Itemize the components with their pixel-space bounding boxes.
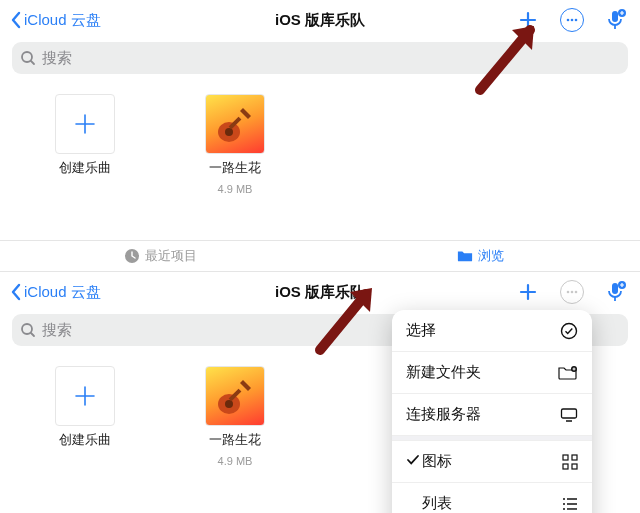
menu-label: 图标 bbox=[422, 452, 558, 471]
svg-point-27 bbox=[563, 503, 565, 505]
guitar-icon bbox=[213, 102, 257, 146]
search-icon bbox=[20, 50, 36, 66]
nav-actions bbox=[514, 6, 630, 34]
svg-rect-21 bbox=[562, 409, 577, 418]
context-menu: 选择 新建文件夹 连接服务器 图标 bbox=[392, 310, 592, 513]
svg-point-7 bbox=[225, 128, 233, 136]
svg-rect-13 bbox=[612, 283, 618, 294]
svg-point-26 bbox=[563, 498, 565, 500]
search-icon bbox=[20, 322, 36, 338]
plus-icon bbox=[518, 282, 538, 302]
file-size: 4.9 MB bbox=[218, 455, 253, 467]
create-song-tile[interactable]: 创建乐曲 bbox=[40, 94, 130, 195]
grid-icon bbox=[558, 454, 578, 470]
svg-rect-24 bbox=[563, 464, 568, 469]
check-circle-icon bbox=[558, 322, 578, 340]
file-size: 4.9 MB bbox=[218, 183, 253, 195]
back-button[interactable]: iCloud 云盘 bbox=[10, 11, 101, 30]
navbar: iCloud 云盘 iOS 版库乐队 bbox=[0, 272, 640, 312]
ellipsis-icon bbox=[565, 13, 579, 27]
svg-point-19 bbox=[562, 323, 577, 338]
svg-point-0 bbox=[567, 19, 570, 22]
menu-view-icons[interactable]: 图标 bbox=[392, 441, 592, 483]
back-button[interactable]: iCloud 云盘 bbox=[10, 283, 101, 302]
menu-label: 连接服务器 bbox=[406, 405, 558, 424]
screen-after: 最近项目 浏览 iCloud 云盘 iOS 版库乐队 bbox=[0, 240, 640, 513]
clock-icon bbox=[124, 248, 140, 264]
search-placeholder: 搜索 bbox=[42, 321, 72, 340]
chevron-left-icon bbox=[10, 11, 22, 29]
folder-icon bbox=[457, 248, 473, 264]
create-song-tile[interactable]: 创建乐曲 bbox=[40, 366, 130, 467]
add-button[interactable] bbox=[514, 278, 542, 306]
bottom-tabbar: 最近项目 浏览 bbox=[0, 240, 640, 272]
file-name: 创建乐曲 bbox=[59, 160, 111, 177]
svg-point-11 bbox=[571, 291, 574, 294]
svg-rect-25 bbox=[572, 464, 577, 469]
svg-rect-22 bbox=[563, 455, 568, 460]
mic-button[interactable] bbox=[602, 278, 630, 306]
more-button[interactable] bbox=[560, 8, 584, 32]
svg-point-10 bbox=[567, 291, 570, 294]
menu-label: 选择 bbox=[406, 321, 558, 340]
display-icon bbox=[558, 407, 578, 423]
search-field[interactable]: 搜索 bbox=[12, 42, 628, 74]
svg-point-1 bbox=[571, 19, 574, 22]
back-label: iCloud 云盘 bbox=[24, 11, 101, 30]
menu-select[interactable]: 选择 bbox=[392, 310, 592, 352]
plus-icon bbox=[71, 110, 99, 138]
svg-point-12 bbox=[575, 291, 578, 294]
svg-point-2 bbox=[575, 19, 578, 22]
tab-label: 最近项目 bbox=[145, 247, 197, 265]
chevron-left-icon bbox=[10, 283, 22, 301]
screen-before: iCloud 云盘 iOS 版库乐队 搜索 创建乐曲 bbox=[0, 0, 640, 240]
file-name: 一路生花 bbox=[209, 432, 261, 449]
mic-plus-icon bbox=[605, 281, 627, 303]
tab-browse[interactable]: 浏览 bbox=[320, 241, 640, 271]
svg-point-17 bbox=[225, 400, 233, 408]
svg-rect-3 bbox=[612, 11, 618, 22]
plus-icon bbox=[71, 382, 99, 410]
guitar-icon bbox=[213, 374, 257, 418]
create-thumb bbox=[55, 94, 115, 154]
mic-button[interactable] bbox=[602, 6, 630, 34]
navbar: iCloud 云盘 iOS 版库乐队 bbox=[0, 0, 640, 40]
search-placeholder: 搜索 bbox=[42, 49, 72, 68]
song-thumb bbox=[205, 94, 265, 154]
checkmark-icon bbox=[406, 453, 422, 470]
create-thumb bbox=[55, 366, 115, 426]
song-file-tile[interactable]: 一路生花 4.9 MB bbox=[190, 94, 280, 195]
svg-rect-23 bbox=[572, 455, 577, 460]
list-icon bbox=[558, 497, 578, 511]
tab-recents[interactable]: 最近项目 bbox=[0, 241, 320, 271]
song-thumb bbox=[205, 366, 265, 426]
menu-new-folder[interactable]: 新建文件夹 bbox=[392, 352, 592, 394]
folder-plus-icon bbox=[558, 365, 578, 381]
menu-view-list[interactable]: 列表 bbox=[392, 483, 592, 513]
back-label: iCloud 云盘 bbox=[24, 283, 101, 302]
plus-icon bbox=[518, 10, 538, 30]
file-name: 一路生花 bbox=[209, 160, 261, 177]
song-file-tile[interactable]: 一路生花 4.9 MB bbox=[190, 366, 280, 467]
menu-connect-server[interactable]: 连接服务器 bbox=[392, 394, 592, 436]
tab-label: 浏览 bbox=[478, 247, 504, 265]
menu-label: 列表 bbox=[422, 494, 558, 513]
ellipsis-icon bbox=[565, 285, 579, 299]
file-name: 创建乐曲 bbox=[59, 432, 111, 449]
menu-label: 新建文件夹 bbox=[406, 363, 558, 382]
nav-actions bbox=[514, 278, 630, 306]
add-button[interactable] bbox=[514, 6, 542, 34]
svg-point-28 bbox=[563, 508, 565, 510]
mic-plus-icon bbox=[605, 9, 627, 31]
more-button-active[interactable] bbox=[560, 280, 584, 304]
file-grid: 创建乐曲 一路生花 4.9 MB bbox=[0, 82, 640, 207]
